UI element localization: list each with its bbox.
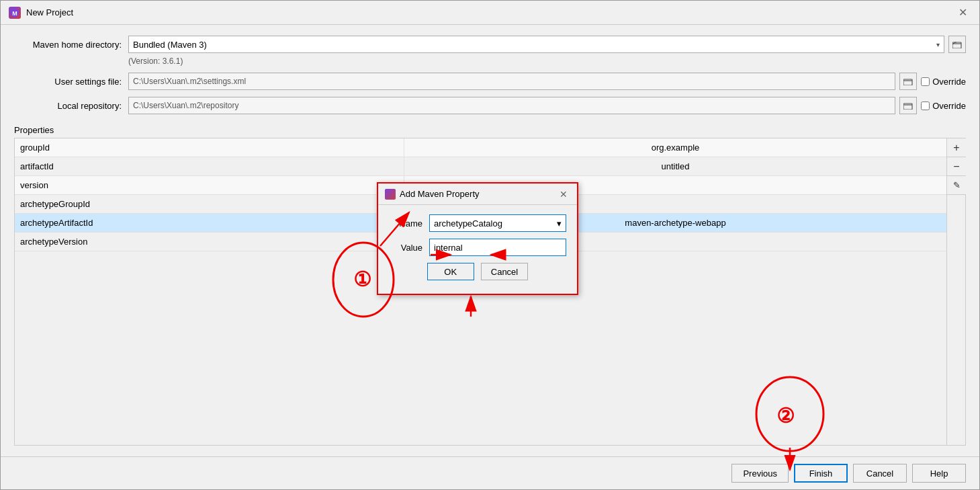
modal-name-row: Name archetypeCatalog ▾ xyxy=(389,214,566,232)
modal-body: Name archetypeCatalog ▾ Value OK Cancel xyxy=(378,205,577,294)
svg-rect-3 xyxy=(903,79,912,85)
remove-property-button[interactable]: − xyxy=(947,157,966,176)
maven-home-row: Maven home directory: Bundled (Maven 3) … xyxy=(14,36,966,53)
modal-name-dropdown[interactable]: archetypeCatalog ▾ xyxy=(429,214,566,232)
modal-title-bar: Add Maven Property ✕ xyxy=(378,183,577,205)
maven-home-browse-button[interactable] xyxy=(948,36,966,53)
modal-value-row: Value xyxy=(389,239,566,256)
user-settings-input-area: C:\Users\Xuan\.m2\settings.xml Override xyxy=(128,73,966,90)
maven-home-input-area: Bundled (Maven 3) ▾ xyxy=(128,36,966,53)
svg-text:M: M xyxy=(12,10,17,17)
maven-home-dropdown[interactable]: Bundled (Maven 3) ▾ xyxy=(128,36,944,53)
modal-button-area: OK Cancel xyxy=(389,263,566,284)
user-settings-override-checkbox[interactable] xyxy=(921,77,930,86)
table-cell-value: org.example xyxy=(404,138,946,157)
table-cell-key: groupId xyxy=(15,138,404,157)
user-settings-override-area: Override xyxy=(921,77,966,87)
local-repo-row: Local repository: C:\Users\Xuan\.m2\repo… xyxy=(14,97,966,114)
properties-section-label: Properties xyxy=(14,125,966,135)
local-repo-field[interactable]: C:\Users\Xuan\.m2\repository xyxy=(128,97,895,114)
table-cell-key: archetypeGroupId xyxy=(15,195,404,213)
maven-version-text: (Version: 3.6.1) xyxy=(14,56,966,66)
add-property-button[interactable]: + xyxy=(947,138,966,157)
maven-home-label: Maven home directory: xyxy=(14,40,122,50)
modal-close-icon[interactable]: ✕ xyxy=(557,188,570,201)
table-sidebar: + − ✎ xyxy=(946,138,965,445)
table-row[interactable]: artifactId untitled xyxy=(15,157,946,176)
local-repo-label: Local repository: xyxy=(14,101,122,111)
table-cell-value: untitled xyxy=(404,157,946,175)
edit-property-button[interactable]: ✎ xyxy=(947,176,966,195)
modal-value-input[interactable] xyxy=(429,239,566,256)
local-repo-browse-button[interactable] xyxy=(899,97,917,114)
local-repo-override-area: Override xyxy=(921,101,966,111)
table-cell-key: artifactId xyxy=(15,157,404,175)
cancel-button[interactable]: Cancel xyxy=(853,464,907,483)
modal-value-label: Value xyxy=(389,243,422,253)
bottom-bar: Previous Finish Cancel Help xyxy=(1,456,979,489)
modal-name-value: archetypeCatalog xyxy=(434,218,502,229)
modal-title-left: Add Maven Property xyxy=(385,189,480,200)
svg-rect-4 xyxy=(903,104,912,110)
help-button[interactable]: Help xyxy=(912,464,966,483)
table-row[interactable]: groupId org.example xyxy=(15,138,946,157)
table-cell-key: version xyxy=(15,176,404,194)
close-icon[interactable]: ✕ xyxy=(954,5,971,20)
modal-ok-button[interactable]: OK xyxy=(427,263,474,280)
local-repo-input-area: C:\Users\Xuan\.m2\repository Override xyxy=(128,97,966,114)
local-repo-override-checkbox[interactable] xyxy=(921,101,930,110)
table-cell-key: archetypeVersion xyxy=(15,233,404,251)
modal-name-chevron-icon: ▾ xyxy=(557,218,562,229)
window-title: New Project xyxy=(26,7,73,17)
user-settings-field[interactable]: C:\Users\Xuan\.m2\settings.xml xyxy=(128,73,895,90)
user-settings-label: User settings file: xyxy=(14,77,122,87)
local-repo-override-label: Override xyxy=(932,101,966,111)
app-icon: M xyxy=(9,7,21,19)
modal-title-text: Add Maven Property xyxy=(400,189,480,199)
finish-button[interactable]: Finish xyxy=(794,464,848,483)
user-settings-override-label: Override xyxy=(932,77,966,87)
add-maven-property-dialog: Add Maven Property ✕ Name archetypeCatal… xyxy=(377,182,578,295)
user-settings-row: User settings file: C:\Users\Xuan\.m2\se… xyxy=(14,73,966,90)
modal-name-label: Name xyxy=(389,218,422,229)
previous-button[interactable]: Previous xyxy=(731,464,789,483)
modal-app-icon xyxy=(385,189,396,200)
user-settings-browse-button[interactable] xyxy=(899,73,917,90)
table-cell-key: archetypeArtifactId xyxy=(15,214,404,232)
maven-home-chevron-icon: ▾ xyxy=(936,41,940,48)
modal-cancel-button[interactable]: Cancel xyxy=(481,263,528,280)
title-bar-left: M New Project xyxy=(9,7,73,19)
